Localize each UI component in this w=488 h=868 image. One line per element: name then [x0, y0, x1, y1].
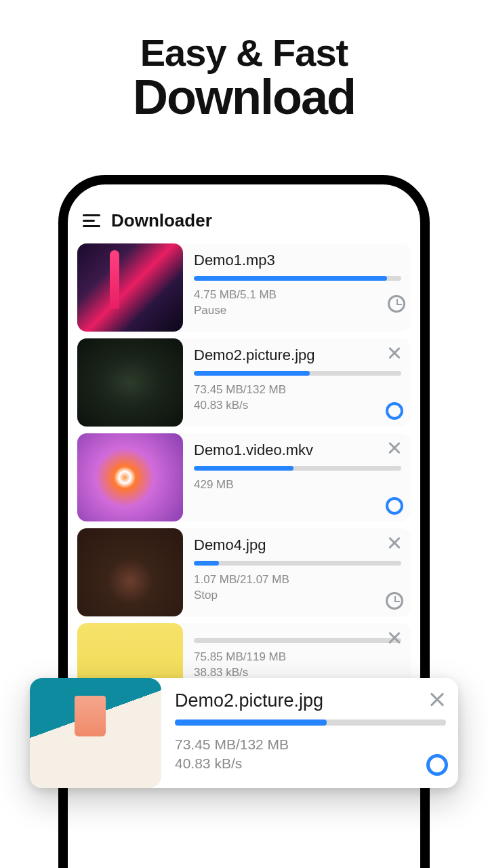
file-status: Pause	[194, 303, 401, 319]
close-icon[interactable]	[387, 630, 402, 645]
file-name: Demo1.mp3	[194, 252, 401, 269]
file-size: 75.85 MB/119 MB	[194, 650, 401, 665]
progress-bar[interactable]	[194, 371, 401, 376]
file-status: Stop	[194, 588, 401, 604]
file-name: Demo4.jpg	[194, 536, 401, 554]
file-name: Demo2.picture.jpg	[175, 690, 446, 711]
clock-icon[interactable]	[386, 592, 403, 610]
file-meta: 75.85 MB/119 MB38.83 kB/s	[194, 650, 401, 681]
download-item-highlight[interactable]: Demo2.picture.jpg 73.45 MB/132 MB 40.83 …	[30, 678, 458, 788]
file-size: 73.45 MB/132 MB	[194, 382, 401, 398]
progress-bar[interactable]	[194, 276, 401, 281]
hero-line-2: Download	[0, 69, 488, 125]
file-meta: 429 MB	[194, 477, 401, 493]
thumbnail	[77, 338, 183, 427]
file-speed: 40.83 kB/s	[175, 754, 446, 773]
clock-icon[interactable]	[388, 295, 405, 313]
hero-line-1: Easy & Fast	[0, 31, 488, 75]
file-status: 40.83 kB/s	[194, 398, 401, 414]
status-ring-icon[interactable]	[386, 497, 403, 515]
close-icon[interactable]	[387, 440, 402, 455]
file-meta: 1.07 MB/21.07 MBStop	[194, 572, 401, 604]
file-meta: 73.45 MB/132 MB40.83 kB/s	[194, 382, 401, 414]
progress-bar[interactable]	[194, 638, 401, 643]
file-meta: 73.45 MB/132 MB 40.83 kB/s	[175, 735, 446, 774]
file-name: Demo2.picture.jpg	[194, 347, 401, 364]
file-size: 73.45 MB/132 MB	[175, 735, 446, 754]
close-icon[interactable]	[387, 535, 402, 550]
progress-bar[interactable]	[194, 466, 401, 471]
thumbnail	[77, 433, 183, 521]
app-header: Downloader	[77, 210, 411, 243]
progress-bar[interactable]	[175, 719, 446, 726]
download-item[interactable]: Demo1.video.mkv429 MB	[77, 433, 411, 521]
status-ring-icon[interactable]	[426, 754, 448, 776]
download-item[interactable]: Demo1.mp34.75 MB/5.1 MBPause	[77, 243, 411, 332]
thumbnail	[30, 678, 161, 788]
status-ring-icon[interactable]	[386, 402, 403, 420]
thumbnail	[77, 528, 183, 616]
progress-bar[interactable]	[194, 561, 401, 566]
download-item[interactable]: Demo4.jpg1.07 MB/21.07 MBStop	[77, 528, 411, 616]
download-list: Demo1.mp34.75 MB/5.1 MBPauseDemo2.pictur…	[77, 243, 411, 711]
download-item[interactable]: Demo2.picture.jpg73.45 MB/132 MB40.83 kB…	[77, 338, 411, 427]
close-icon[interactable]	[428, 690, 446, 708]
file-name: Demo1.video.mkv	[194, 441, 401, 459]
file-size: 4.75 MB/5.1 MB	[194, 288, 401, 303]
file-size: 1.07 MB/21.07 MB	[194, 572, 401, 588]
app-title: Downloader	[111, 210, 212, 231]
menu-icon[interactable]	[83, 214, 100, 228]
file-size: 429 MB	[194, 477, 401, 493]
thumbnail	[77, 243, 183, 332]
file-meta: 4.75 MB/5.1 MBPause	[194, 288, 401, 319]
close-icon[interactable]	[387, 345, 402, 360]
hero-banner: Easy & Fast Download	[0, 0, 488, 125]
